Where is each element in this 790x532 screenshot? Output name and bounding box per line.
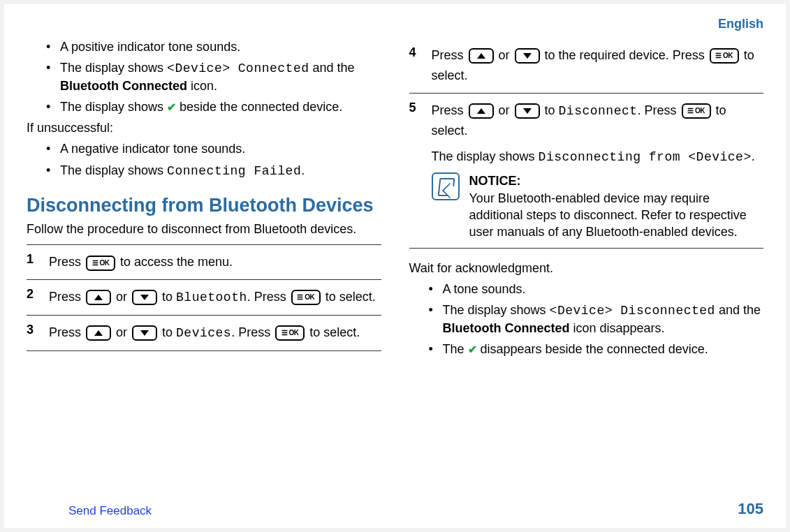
- bullet-icon: •: [46, 98, 53, 115]
- text: disappears beside the connected device.: [477, 342, 708, 356]
- ok-key-icon: [710, 48, 739, 64]
- column-right: 4 Press or to the required device. Press…: [409, 38, 764, 362]
- notice-icon: [432, 172, 460, 200]
- down-key-icon: [132, 325, 157, 341]
- column-left: • A positive indicator tone sounds. • Th…: [27, 38, 381, 362]
- text: to: [159, 325, 176, 339]
- ok-key-icon: [291, 290, 321, 305]
- text: .: [301, 163, 305, 177]
- step: 3 Press or to Devices. Press to select.: [27, 315, 381, 351]
- list-item: • A tone sounds.: [429, 281, 764, 297]
- mono-text: Bluetooth: [176, 290, 247, 304]
- bullet-list-fail: • A negative indicator tone sounds. • Th…: [27, 140, 381, 179]
- list-item: • The display shows <Device> Disconnecte…: [429, 302, 764, 337]
- bullet-icon: •: [46, 59, 53, 94]
- text: The: [443, 342, 468, 356]
- step-number: 4: [409, 45, 422, 86]
- text: Press: [49, 325, 85, 339]
- text: to access the menu.: [117, 255, 233, 269]
- list-item: • The display shows <Device> Connected a…: [46, 59, 381, 94]
- step-number: 3: [27, 323, 39, 343]
- text: Press: [432, 103, 467, 117]
- up-key-icon: [469, 48, 494, 64]
- text: A tone sounds.: [443, 282, 526, 296]
- list-item: • The display shows Connecting Failed.: [46, 162, 381, 179]
- ok-key-icon: [86, 256, 115, 271]
- down-key-icon: [132, 290, 157, 305]
- text: A positive indicator tone sounds.: [60, 40, 240, 54]
- text: to: [541, 103, 559, 117]
- steps-left: 1 Press to access the menu. 2 Press or t…: [27, 244, 381, 350]
- text: . Press: [638, 103, 680, 117]
- step: 1 Press to access the menu.: [27, 244, 381, 279]
- step: 4 Press or to the required device. Press…: [409, 38, 764, 93]
- bullet-icon: •: [429, 281, 436, 297]
- up-key-icon: [469, 103, 494, 119]
- bullet-icon: •: [429, 341, 436, 357]
- step-number: 1: [27, 252, 39, 272]
- bullet-icon: •: [429, 302, 436, 337]
- text: to select.: [306, 325, 360, 339]
- text: The display shows: [432, 149, 539, 163]
- list-item: • A positive indicator tone sounds.: [46, 38, 381, 55]
- text: and the: [715, 303, 761, 317]
- step: 5 Press or to Disconnect. Press to selec…: [409, 93, 764, 249]
- ok-key-icon: [682, 103, 711, 119]
- page-footer: Send Feedback 105: [27, 500, 763, 518]
- mono-text: <Device> Disconnected: [550, 304, 715, 318]
- bullet-list-end: • A tone sounds. • The display shows <De…: [409, 281, 764, 357]
- mono-text: Connecting Failed: [167, 164, 301, 178]
- send-feedback-link[interactable]: Send Feedback: [68, 504, 152, 518]
- text: Press: [49, 255, 85, 269]
- page-number: 105: [738, 500, 763, 518]
- text: to the required device. Press: [541, 48, 708, 62]
- list-item: • The ✔ disappears beside the connected …: [429, 341, 764, 357]
- up-key-icon: [86, 325, 111, 341]
- text: or: [495, 103, 513, 117]
- text: . Press: [247, 290, 290, 304]
- wait-label: Wait for acknowledgment.: [409, 260, 764, 276]
- text: icon.: [187, 79, 217, 93]
- section-subtitle: Follow the procedure to disconnect from …: [27, 221, 381, 237]
- text: The display shows: [60, 100, 167, 114]
- bullet-list-success: • A positive indicator tone sounds. • Th…: [27, 38, 381, 115]
- up-key-icon: [86, 290, 111, 305]
- mono-text: Disconnect: [559, 104, 638, 118]
- text: to select.: [322, 290, 376, 304]
- down-key-icon: [515, 48, 540, 64]
- bullet-icon: •: [46, 162, 53, 179]
- bullet-icon: •: [46, 38, 53, 55]
- text: A negative indicator tone sounds.: [60, 142, 245, 156]
- check-icon: ✔: [468, 342, 477, 357]
- text: and the: [309, 61, 355, 75]
- text: Press: [432, 48, 467, 62]
- down-key-icon: [515, 103, 540, 119]
- language-label: English: [27, 17, 763, 31]
- notice-block: NOTICE: Your Bluetooth-enabled device ma…: [432, 172, 764, 240]
- mono-text: <Device> Connected: [167, 61, 309, 75]
- list-item: • A negative indicator tone sounds.: [46, 140, 381, 157]
- text: or: [112, 290, 131, 304]
- bold-text: Bluetooth Connected: [60, 79, 187, 93]
- mono-text: Devices: [176, 326, 231, 340]
- steps-right: 4 Press or to the required device. Press…: [409, 38, 764, 249]
- mono-text: Disconnecting from <Device>: [539, 150, 752, 164]
- bold-text: Bluetooth Connected: [443, 321, 570, 335]
- step: 2 Press or to Bluetooth. Press to select…: [27, 279, 381, 315]
- text: . Press: [231, 325, 274, 339]
- text: The display shows: [60, 61, 167, 75]
- text: or: [495, 48, 513, 62]
- step-number: 5: [409, 101, 422, 241]
- text: The display shows: [60, 163, 167, 177]
- if-unsuccessful-label: If unsuccessful:: [27, 119, 381, 136]
- check-icon: ✔: [167, 100, 176, 115]
- list-item: • The display shows ✔ beside the connect…: [46, 98, 381, 115]
- section-heading: Disconnecting from Bluetooth Devices: [27, 195, 381, 216]
- text: icon disappears.: [570, 321, 665, 335]
- text: to: [159, 290, 176, 304]
- text: beside the connected device.: [176, 100, 342, 114]
- notice-title: NOTICE:: [469, 174, 521, 188]
- text: .: [752, 149, 755, 163]
- notice-body-text: Your Bluetooth-enabled device may requir…: [469, 191, 747, 239]
- text: Press: [49, 290, 85, 304]
